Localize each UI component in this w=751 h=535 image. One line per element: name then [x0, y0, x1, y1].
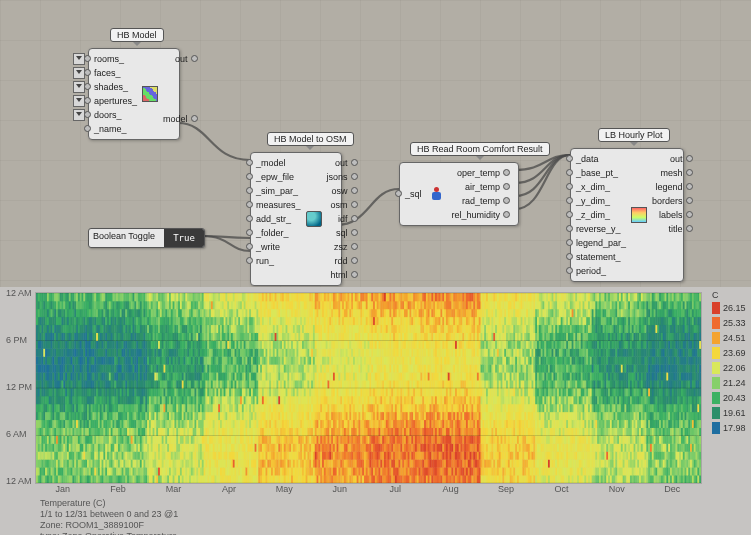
legend-row: 22.06: [712, 362, 748, 374]
input-port[interactable]: reverse_y_: [573, 222, 624, 236]
output-port[interactable]: idf: [335, 212, 351, 226]
input-port[interactable]: apertures_: [91, 94, 140, 108]
legend-value: 23.69: [723, 348, 746, 358]
input-port[interactable]: statement_: [573, 250, 624, 264]
component-lb-hourly-plot[interactable]: _data _base_pt_ _x_dim_ _y_dim_ _z_dim_ …: [570, 148, 684, 282]
svg-rect-8741: [699, 436, 701, 444]
input-port[interactable]: _sim_par_: [253, 184, 301, 198]
y-tick: 12 AM: [6, 476, 32, 486]
legend-row: 26.15: [712, 302, 748, 314]
output-port[interactable]: out: [172, 52, 191, 66]
legend-value: 20.43: [723, 393, 746, 403]
output-port[interactable]: out: [667, 152, 686, 166]
svg-rect-8742: [699, 428, 701, 436]
input-port[interactable]: measures_: [253, 198, 304, 212]
input-port[interactable]: _z_dim_: [573, 208, 613, 222]
output-port[interactable]: sql: [333, 226, 351, 240]
output-port[interactable]: zsz: [331, 240, 351, 254]
svg-rect-8737: [699, 467, 701, 475]
legend-value: 22.06: [723, 363, 746, 373]
output-port[interactable]: osw: [329, 184, 351, 198]
output-port[interactable]: rad_temp: [459, 194, 503, 208]
legend-swatch: [712, 407, 720, 419]
openstudio-icon: [306, 211, 322, 227]
x-tick: Sep: [498, 484, 514, 494]
y-tick: 6 AM: [6, 429, 27, 439]
output-port[interactable]: out: [332, 156, 351, 170]
x-tick: Aug: [443, 484, 459, 494]
input-port[interactable]: run_: [253, 254, 277, 268]
input-port[interactable]: shades_: [91, 80, 131, 94]
output-port[interactable]: title: [666, 222, 686, 236]
component-label-hb-model: HB Model: [110, 28, 164, 42]
svg-rect-8747: [699, 388, 701, 396]
svg-rect-8746: [699, 396, 701, 404]
input-port[interactable]: _model: [253, 156, 289, 170]
input-port[interactable]: _base_pt_: [573, 166, 621, 180]
component-hb-model-to-osm[interactable]: _model _epw_file _sim_par_ measures_ add…: [250, 152, 342, 286]
input-port[interactable]: _folder_: [253, 226, 292, 240]
svg-rect-8739: [699, 451, 701, 459]
x-tick: Apr: [222, 484, 236, 494]
legend-row: 23.69: [712, 347, 748, 359]
svg-rect-8750: [699, 364, 701, 372]
component-label-hb-model-to-osm: HB Model to OSM: [267, 132, 354, 146]
x-tick: Jan: [55, 484, 70, 494]
output-port[interactable]: legend: [653, 180, 686, 194]
output-port[interactable]: html: [328, 268, 351, 282]
legend: C 26.1525.3324.5123.6922.0621.2420.4319.…: [712, 290, 748, 437]
legend-value: 25.33: [723, 318, 746, 328]
input-port[interactable]: add_str_: [253, 212, 294, 226]
output-port[interactable]: borders: [649, 194, 686, 208]
output-port[interactable]: rel_humidity: [449, 208, 504, 222]
output-port[interactable]: osm: [328, 198, 351, 212]
output-port[interactable]: oper_temp: [454, 166, 503, 180]
svg-rect-8753: [699, 341, 701, 349]
input-port[interactable]: _name_: [91, 122, 130, 136]
input-port[interactable]: _y_dim_: [573, 194, 613, 208]
hourly-plot-icon: [631, 207, 647, 223]
chart-caption: Temperature (C) 1/1 to 12/31 between 0 a…: [40, 498, 178, 535]
component-hb-model[interactable]: rooms_ faces_ shades_ apertures_ doors_ …: [88, 48, 180, 140]
svg-rect-8757: [699, 309, 701, 317]
svg-rect-8748: [699, 380, 701, 388]
input-port[interactable]: period_: [573, 264, 609, 278]
input-port[interactable]: _data: [573, 152, 602, 166]
legend-swatch: [712, 302, 720, 314]
output-port[interactable]: air_temp: [462, 180, 503, 194]
svg-rect-8744: [699, 412, 701, 420]
legend-swatch: [712, 362, 720, 374]
hourly-heatmap: [35, 292, 702, 484]
output-port[interactable]: rdd: [332, 254, 351, 268]
x-tick: Jun: [333, 484, 348, 494]
output-port[interactable]: jsons: [324, 170, 351, 184]
output-port[interactable]: model: [160, 112, 191, 126]
svg-rect-8755: [699, 325, 701, 333]
legend-value: 26.15: [723, 303, 746, 313]
boolean-toggle[interactable]: Boolean Toggle True: [88, 228, 205, 248]
component-hb-read-comfort[interactable]: _sql oper_temp air_temp rad_temp rel_hum…: [399, 162, 519, 226]
input-port[interactable]: _epw_file: [253, 170, 297, 184]
legend-swatch: [712, 377, 720, 389]
svg-rect-8745: [699, 404, 701, 412]
input-port[interactable]: _write: [253, 240, 283, 254]
legend-swatch: [712, 392, 720, 404]
input-port[interactable]: _sql: [402, 187, 425, 201]
output-port[interactable]: labels: [656, 208, 686, 222]
svg-rect-8740: [699, 443, 701, 451]
toggle-value[interactable]: True: [164, 229, 204, 247]
input-port[interactable]: legend_par_: [573, 236, 629, 250]
component-label-hb-read-comfort: HB Read Room Comfort Result: [410, 142, 550, 156]
toggle-label: Boolean Toggle: [89, 229, 164, 247]
svg-rect-8752: [699, 348, 701, 356]
x-tick: Dec: [664, 484, 680, 494]
input-port[interactable]: doors_: [91, 108, 125, 122]
svg-rect-8759: [699, 293, 701, 301]
x-tick: Mar: [166, 484, 182, 494]
component-label-lb-hourly-plot: LB Hourly Plot: [598, 128, 670, 142]
output-port[interactable]: mesh: [658, 166, 686, 180]
input-port[interactable]: rooms_: [91, 52, 127, 66]
input-port[interactable]: faces_: [91, 66, 124, 80]
y-tick: 12 AM: [6, 288, 32, 298]
input-port[interactable]: _x_dim_: [573, 180, 613, 194]
